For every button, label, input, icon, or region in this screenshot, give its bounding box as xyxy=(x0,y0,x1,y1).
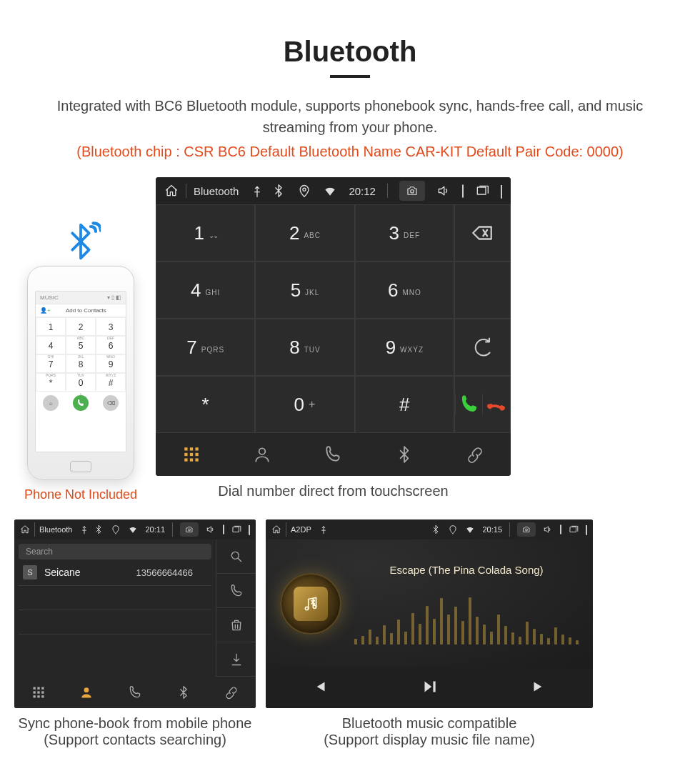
tab-pair[interactable] xyxy=(440,433,511,476)
tab-call-log[interactable] xyxy=(111,677,159,708)
prev-track-button[interactable] xyxy=(311,677,329,699)
backspace-button[interactable] xyxy=(454,204,511,262)
close-app-icon[interactable] xyxy=(462,185,464,197)
svg-rect-3 xyxy=(184,447,187,450)
dial-key-2[interactable]: 2ABC xyxy=(255,204,354,262)
screenshot-button[interactable] xyxy=(180,522,199,537)
tab-call-log[interactable] xyxy=(298,433,369,476)
download-button[interactable] xyxy=(216,642,256,677)
location-icon xyxy=(111,524,121,534)
volume-icon[interactable] xyxy=(543,524,553,534)
call-button[interactable] xyxy=(455,394,482,415)
svg-point-26 xyxy=(526,529,528,531)
usb-icon xyxy=(250,184,264,198)
tab-pair[interactable] xyxy=(207,677,256,708)
phone-home-button xyxy=(70,461,91,472)
dial-keypad: 1⌄⌄2ABC3DEF4GHI5JKL6MNO7PQRS8TUV9WXYZ*0+… xyxy=(156,204,454,433)
screenshot-button[interactable] xyxy=(399,181,425,201)
wifi-icon xyxy=(465,524,475,534)
dial-key-7[interactable]: 7PQRS xyxy=(156,319,255,376)
main-caption: Dial number direct from touchscreen xyxy=(156,483,511,499)
contact-row-empty xyxy=(19,586,211,610)
status-bar-a2dp: A2DP 20:15 xyxy=(266,519,593,539)
volume-icon[interactable] xyxy=(436,184,451,198)
contact-number: 13566664466 xyxy=(136,567,207,578)
viz-bar xyxy=(447,615,450,645)
phone-status-label: MUSIC xyxy=(40,294,59,301)
bottom-tabs xyxy=(156,433,511,476)
recent-apps-icon[interactable] xyxy=(475,184,489,198)
close-app-icon[interactable] xyxy=(560,525,561,534)
svg-point-29 xyxy=(313,605,316,608)
dial-key-9[interactable]: 9WXYZ xyxy=(355,319,454,376)
svg-rect-24 xyxy=(41,695,44,697)
dial-key-3[interactable]: 3DEF xyxy=(355,204,454,262)
play-pause-button[interactable] xyxy=(420,677,439,699)
dial-key-1[interactable]: 1⌄⌄ xyxy=(156,204,255,262)
dial-key-8[interactable]: 8TUV xyxy=(255,319,354,376)
tab-contacts[interactable] xyxy=(63,677,111,708)
dial-key-5[interactable]: 5JKL xyxy=(255,262,354,319)
viz-bar xyxy=(454,607,457,645)
next-track-button[interactable] xyxy=(529,677,548,699)
tab-bluetooth[interactable] xyxy=(159,677,208,708)
home-icon[interactable] xyxy=(164,184,179,198)
head-unit-a2dp: A2DP 20:15 xyxy=(266,519,593,708)
viz-bar xyxy=(354,639,357,644)
recent-apps-icon[interactable] xyxy=(569,524,579,534)
contact-row-empty xyxy=(19,635,211,659)
call-button[interactable] xyxy=(216,574,256,608)
viz-bar xyxy=(376,637,379,645)
contact-badge: S xyxy=(23,565,37,579)
empty-cell xyxy=(454,262,511,319)
tab-bluetooth[interactable] xyxy=(369,433,439,476)
dial-key-6[interactable]: 6MNO xyxy=(355,262,454,319)
tab-contacts[interactable] xyxy=(226,433,297,476)
screenshot-button[interactable] xyxy=(517,522,536,537)
phone-key: 6MNO xyxy=(96,336,126,354)
back-icon[interactable] xyxy=(249,525,250,534)
svg-rect-8 xyxy=(195,453,198,456)
viz-bar xyxy=(440,598,443,645)
dial-key-#[interactable]: # xyxy=(355,376,454,433)
home-icon[interactable] xyxy=(271,524,281,534)
back-icon[interactable] xyxy=(586,525,587,534)
svg-rect-11 xyxy=(195,458,198,461)
recent-apps-icon[interactable] xyxy=(231,524,241,534)
svg-rect-22 xyxy=(33,695,35,697)
home-icon[interactable] xyxy=(20,524,30,534)
tab-keypad[interactable] xyxy=(156,433,226,476)
search-input[interactable]: Search xyxy=(19,544,211,559)
phone-key: 2ABC xyxy=(66,317,96,336)
svg-rect-7 xyxy=(190,453,193,456)
contact-row[interactable]: S Seicane 13566664466 xyxy=(19,559,211,586)
status-time: 20:12 xyxy=(349,185,376,197)
dial-key-4[interactable]: 4GHI xyxy=(156,262,255,319)
title-underline xyxy=(330,75,370,78)
hangup-button[interactable] xyxy=(482,394,509,415)
phone-mockup: MUSIC ▾ ▯ ◧ 👤+ Add to Contacts 12ABC3DEF… xyxy=(27,266,134,480)
status-title: Bluetooth xyxy=(194,185,239,197)
svg-rect-4 xyxy=(190,447,193,450)
volume-icon[interactable] xyxy=(206,524,216,534)
close-app-icon[interactable] xyxy=(223,525,224,534)
svg-rect-27 xyxy=(570,527,576,532)
contact-name: Seicane xyxy=(44,567,81,578)
status-bar-contacts: Bluetooth 20:11 xyxy=(14,519,256,539)
dial-key-*[interactable]: * xyxy=(156,376,255,433)
svg-point-0 xyxy=(303,188,306,191)
dial-key-0[interactable]: 0+ xyxy=(255,376,354,433)
bluetooth-status-icon xyxy=(94,524,104,534)
search-button[interactable] xyxy=(216,539,256,574)
back-icon[interactable] xyxy=(501,185,502,197)
usb-icon xyxy=(79,524,89,534)
visualizer xyxy=(354,587,579,645)
tab-keypad[interactable] xyxy=(14,677,63,708)
redial-button[interactable] xyxy=(454,319,511,376)
page-title: Bluetooth xyxy=(7,36,693,68)
delete-button[interactable] xyxy=(216,608,256,642)
usb-icon xyxy=(319,524,329,534)
viz-bar xyxy=(461,621,464,644)
viz-bar xyxy=(426,606,429,645)
viz-bar xyxy=(497,615,500,645)
